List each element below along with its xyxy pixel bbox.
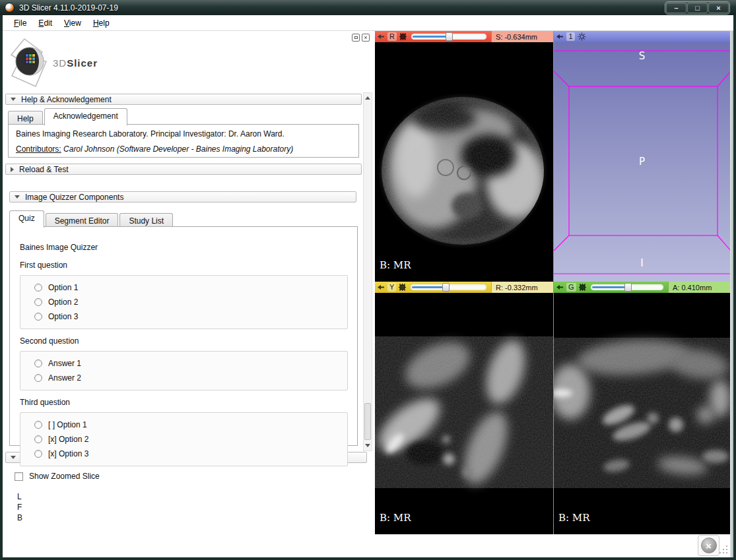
tab-acknowledgement[interactable]: Acknowledgement — [44, 108, 127, 125]
quiz-content: Baines Image Quizzer First question Opti… — [9, 226, 358, 446]
show-zoomed-slice-checkbox[interactable] — [15, 472, 23, 481]
view-label-chip: Y — [387, 283, 396, 292]
slice-offset-value: A: 0.410mm — [668, 282, 730, 293]
red-slice-controller: R S: -0.634mm — [375, 31, 553, 42]
radio-button[interactable] — [34, 284, 42, 292]
slider-handle[interactable] — [624, 283, 632, 292]
menu-bar: File Edit View Help — [3, 15, 733, 31]
view-label-chip: 1 — [566, 32, 575, 41]
footer-strip: × — [375, 534, 730, 557]
threed-view: 1 S — [553, 31, 730, 282]
close-icon: × — [701, 538, 717, 553]
slice-menu-icon[interactable] — [579, 284, 586, 291]
question-label: Third question — [20, 398, 348, 407]
view-label-chip: G — [566, 283, 576, 292]
slice-offset-slider[interactable] — [411, 33, 486, 40]
question-label: Second question — [20, 336, 348, 346]
module-panel: × 3DSlicer — [3, 31, 375, 557]
close-panel-icon[interactable]: × — [362, 34, 370, 42]
scroll-down-icon[interactable] — [364, 441, 372, 450]
option-row: Option 1 — [34, 280, 347, 295]
popup-close-button[interactable]: × — [698, 535, 719, 556]
slider-handle[interactable] — [446, 32, 453, 41]
green-slice-controller: G A: 0.410mm — [554, 282, 730, 293]
volume-label: B: MR — [380, 512, 411, 524]
collapsed-arrow-icon — [11, 167, 14, 172]
viewport-grid: R S: -0.634mm — [375, 31, 730, 534]
ack-line: Baines Imaging Research Laboratory. Prin… — [16, 129, 351, 139]
question-option-group: Answer 1 Answer 2 — [20, 351, 348, 390]
quiz-title: Baines Image Quizzer — [20, 243, 348, 252]
radio-button[interactable] — [34, 298, 42, 306]
contributors-label: Contributors: — [16, 144, 61, 154]
question-option-group: [ ] Option 1 [x] Option 2 [x] Option 3 — [20, 412, 348, 466]
option-row: Option 3 — [34, 309, 347, 324]
menu-view[interactable]: View — [58, 16, 87, 30]
volume-label: B: MR — [558, 512, 590, 524]
menu-file[interactable]: File — [8, 16, 32, 30]
slicer-logo-graphic — [8, 38, 51, 88]
logo-wordmark: 3DSlicer — [53, 57, 98, 69]
scrollbar-thumb[interactable] — [364, 403, 371, 440]
module-panel-scrollbar[interactable] — [363, 92, 372, 451]
question-option-group: Option 1 Option 2 Option 3 — [20, 275, 348, 329]
yellow-slice-view: Y R: -0.332mm — [375, 282, 553, 534]
collapse-arrow-icon — [15, 195, 20, 199]
collapse-arrow-icon — [11, 98, 16, 101]
section-reload-test[interactable]: Reload & Test — [5, 164, 362, 175]
acknowledgement-text: Baines Imaging Research Laboratory. Prin… — [8, 124, 359, 158]
slice-menu-icon[interactable] — [399, 33, 407, 40]
pin-icon[interactable] — [556, 33, 564, 40]
radio-button[interactable] — [34, 450, 42, 458]
yellow-slice-controller: Y R: -0.332mm — [375, 282, 553, 293]
radio-button[interactable] — [34, 359, 42, 367]
crosshair-icon[interactable] — [578, 32, 586, 41]
quizzer-tabbar: Quiz Segment Editor Study List — [9, 210, 174, 227]
slice-menu-icon[interactable] — [399, 284, 406, 291]
radio-button[interactable] — [34, 421, 42, 429]
radio-button[interactable] — [34, 374, 42, 382]
threed-render-view[interactable]: S P I — [554, 42, 730, 282]
slider-handle[interactable] — [442, 283, 450, 292]
section-image-quizzer[interactable]: Image Quizzer Components — [9, 191, 356, 202]
window-frame-edge — [730, 31, 733, 557]
view-label-chip: R — [387, 32, 397, 41]
orientation-label-posterior: P — [554, 156, 730, 168]
menu-help[interactable]: Help — [87, 16, 116, 30]
minimize-button[interactable]: – — [666, 3, 686, 13]
option-row: [ ] Option 1 — [34, 418, 347, 432]
close-button[interactable]: × — [708, 3, 729, 13]
volume-label: B: MR — [380, 259, 411, 271]
option-row: [x] Option 3 — [34, 447, 347, 461]
slice-offset-value: S: -0.634mm — [491, 31, 553, 42]
scroll-up-icon[interactable] — [364, 94, 372, 102]
red-slice-image[interactable]: B: MR — [375, 42, 553, 282]
green-slice-image[interactable]: B: MR — [554, 293, 730, 534]
yellow-slice-image[interactable]: B: MR — [375, 293, 553, 534]
pin-icon[interactable] — [377, 33, 385, 40]
orientation-label-inferior: I — [554, 257, 730, 269]
slice-offset-slider[interactable] — [411, 284, 486, 291]
show-zoomed-slice-row: Show Zoomed Slice — [15, 472, 100, 481]
menu-edit[interactable]: Edit — [32, 16, 58, 30]
resize-grip[interactable] — [718, 544, 729, 555]
window-title: 3D Slicer 4.11.0-2019-07-19 — [19, 3, 118, 13]
threed-controller: 1 — [554, 31, 730, 42]
option-row: Option 2 — [34, 295, 347, 309]
option-row: Answer 2 — [34, 371, 347, 385]
undock-panel-icon[interactable] — [352, 34, 360, 42]
title-bar[interactable]: 3D Slicer 4.11.0-2019-07-19 – □ × — [0, 0, 736, 15]
radio-button[interactable] — [34, 313, 42, 321]
maximize-button[interactable]: □ — [687, 3, 708, 13]
orientation-label-superior: S — [554, 50, 730, 62]
option-row: [x] Option 2 — [34, 432, 347, 447]
slice-offset-value: R: -0.332mm — [491, 282, 553, 293]
radio-button[interactable] — [34, 435, 42, 443]
window-controls: – □ × — [665, 1, 730, 15]
tab-quiz[interactable]: Quiz — [9, 210, 44, 228]
pin-icon[interactable] — [556, 284, 564, 291]
slice-offset-slider[interactable] — [591, 284, 663, 291]
slicer-logo: 3DSlicer — [8, 38, 180, 89]
pin-icon[interactable] — [377, 284, 385, 291]
section-help-acknowledgement[interactable]: Help & Acknowledgement — [5, 94, 362, 105]
